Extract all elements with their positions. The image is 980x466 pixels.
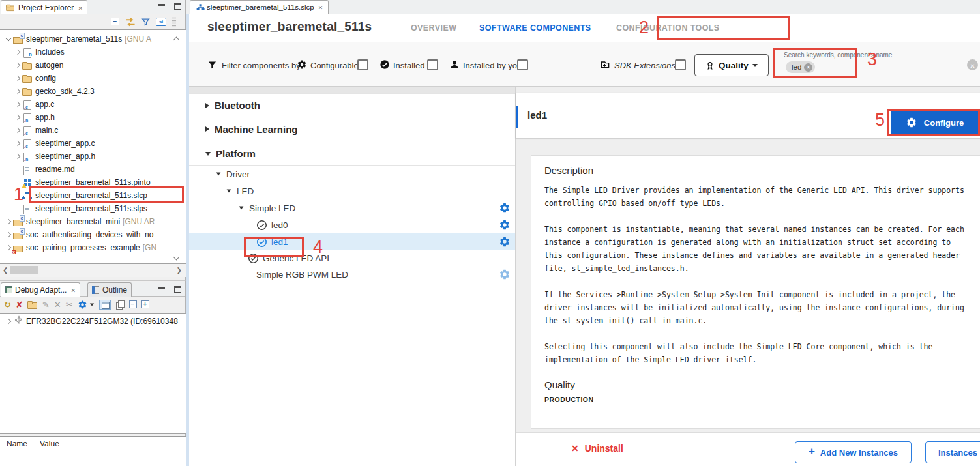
adapter-item[interactable]: EFR32BG22C224F512GM32 (ID:69610348: [0, 314, 186, 328]
new-group-icon[interactable]: [27, 300, 38, 310]
refresh-icon[interactable]: ↻: [4, 300, 11, 310]
configure-button[interactable]: Configure: [891, 111, 979, 134]
tab-configuration-tools[interactable]: CONFIGURATION TOOLS: [616, 23, 720, 33]
close-icon[interactable]: [318, 3, 323, 11]
category-bluetooth[interactable]: Bluetooth: [189, 93, 515, 117]
node-driver[interactable]: Driver: [189, 166, 515, 182]
quality-dropdown[interactable]: Quality: [694, 54, 769, 76]
tree-item-main-c[interactable]: main.c: [0, 124, 186, 137]
close-icon[interactable]: [78, 4, 83, 12]
rename-icon[interactable]: ✎: [42, 300, 50, 310]
disconnect-icon[interactable]: ✘: [16, 300, 23, 310]
node-led0[interactable]: led0: [189, 216, 515, 233]
expand-all-icon[interactable]: +: [141, 300, 149, 308]
minimize-icon[interactable]: [158, 287, 165, 289]
maximize-icon[interactable]: [174, 3, 181, 10]
node-led1[interactable]: led1: [189, 233, 515, 250]
tree-item-project[interactable]: sleeptimer_baremetal_511s [GNU A: [0, 33, 186, 46]
node-generic-led-api[interactable]: Generic LED API: [189, 250, 515, 266]
minimize-icon[interactable]: [158, 4, 165, 6]
installed-check-icon: [248, 253, 259, 264]
close-icon[interactable]: [70, 286, 76, 294]
chevron-collapsed-icon[interactable]: [13, 139, 22, 148]
si-package-icon[interactable]: si: [156, 18, 166, 26]
chevron-collapsed-icon[interactable]: [13, 74, 22, 83]
chevron-collapsed-icon[interactable]: [4, 217, 13, 226]
tree-item-app-h[interactable]: app.h: [0, 111, 186, 124]
tab-debug-adapters[interactable]: Debug Adapt...: [1, 282, 80, 297]
chevron-collapsed-icon[interactable]: [13, 61, 22, 70]
collapse-all-icon[interactable]: [111, 18, 119, 25]
search-clear-icon[interactable]: [967, 59, 978, 70]
collapse-all-icon[interactable]: −: [129, 300, 137, 308]
category-platform[interactable]: Platform: [189, 141, 515, 166]
maximize-icon[interactable]: [174, 286, 181, 293]
node-simple-rgb-pwm-led[interactable]: Simple RGB PWM LED: [189, 266, 515, 283]
chevron-collapsed-icon[interactable]: [13, 87, 22, 96]
tree-item-slps[interactable]: sleeptimer_baremetal_511s.slps: [0, 202, 186, 215]
tree-item-autogen[interactable]: autogen: [0, 59, 186, 72]
link-with-editor-icon[interactable]: [125, 17, 136, 27]
node-simple-led[interactable]: Simple LED: [189, 199, 515, 216]
category-label: Platform: [216, 148, 256, 159]
tree-item-project-soc-auth[interactable]: soc_authenticating_devices_with_no_: [0, 228, 186, 241]
chip-remove-icon[interactable]: [804, 63, 812, 72]
add-new-instances-button[interactable]: +Add New Instances: [795, 441, 912, 463]
scroll-up-icon[interactable]: [173, 35, 180, 42]
adapter-tree: EFR32BG22C224F512GM32 (ID:69610348: [0, 313, 186, 434]
tab-software-components[interactable]: SOFTWARE COMPONENTS: [479, 23, 591, 33]
scroll-left-icon[interactable]: ❮: [3, 267, 8, 274]
scrollbar-thumb[interactable]: [10, 266, 38, 274]
chevron-collapsed-icon[interactable]: [4, 230, 13, 239]
tab-slcp-file[interactable]: sleeptimer_baremetal_511s.slcp: [190, 0, 329, 14]
quality-label: Quality: [719, 61, 749, 70]
tree-item-includes[interactable]: Includes: [0, 46, 186, 59]
tree-item-sleeptimer-app-c[interactable]: sleeptimer_app.c: [0, 137, 186, 150]
tree-item-slcp[interactable]: sleeptimer_baremetal_511s.slcp: [0, 189, 186, 202]
instances-button[interactable]: Instances: [925, 441, 980, 463]
chevron-collapsed-icon[interactable]: [4, 317, 13, 326]
chevron-expanded-icon[interactable]: [4, 35, 13, 44]
configure-gear-icon[interactable]: [499, 202, 511, 214]
configurable-checkbox[interactable]: [357, 59, 368, 70]
uninstall-button[interactable]: Uninstall: [571, 443, 623, 454]
pintool-icon: [22, 178, 33, 188]
installed-checkbox[interactable]: [427, 59, 438, 70]
tree-item-sleeptimer-app-h[interactable]: sleeptimer_app.h: [0, 150, 186, 163]
tree-item-pintool[interactable]: sleeptimer_baremetal_511s.pinto: [0, 176, 186, 189]
chevron-collapsed-icon[interactable]: [13, 126, 22, 135]
scroll-right-icon[interactable]: ❯: [177, 267, 182, 274]
configure-gear-icon[interactable]: [499, 236, 511, 248]
tree-item-project-mini[interactable]: sleeptimer_baremetal_mini[GNU AR: [0, 215, 186, 228]
debug-tabstrip: Debug Adapt... Outline: [0, 282, 185, 297]
delete-icon[interactable]: ✕: [54, 300, 61, 310]
tab-project-explorer[interactable]: Project Explorer: [1, 0, 87, 14]
chevron-collapsed-icon[interactable]: [13, 100, 22, 109]
scroll-down-icon[interactable]: [173, 255, 180, 261]
horizontal-scrollbar[interactable]: ❮ ❯: [0, 264, 186, 277]
search-chip[interactable]: led: [786, 61, 815, 73]
configure-gear-icon[interactable]: [499, 219, 511, 231]
node-led[interactable]: LED: [189, 182, 515, 199]
filter-icon[interactable]: [141, 18, 150, 26]
chevron-collapsed-icon[interactable]: [13, 113, 22, 122]
chevron-collapsed-icon[interactable]: [13, 48, 22, 57]
tree-item-project-soc-pairing[interactable]: soc_pairing_processes_example[GN: [0, 241, 186, 254]
action-bar: Uninstall +Add New Instances Instances: [516, 432, 980, 466]
view-menu-icon[interactable]: [172, 17, 176, 27]
settings-gear-icon[interactable]: [78, 300, 95, 310]
sdk-extensions-checkbox[interactable]: [675, 59, 686, 70]
tree-item-app-c[interactable]: app.c: [0, 98, 186, 111]
configure-gear-icon[interactable]: [499, 269, 511, 280]
view-duplicate-icon[interactable]: [115, 300, 125, 309]
tab-overview[interactable]: OVERVIEW: [411, 23, 456, 33]
tree-item-gecko-sdk[interactable]: gecko_sdk_4.2.3: [0, 85, 186, 98]
view-table-icon[interactable]: [99, 300, 111, 310]
tree-item-readme[interactable]: readme.md: [0, 163, 186, 176]
category-machine-learning[interactable]: Machine Learning: [189, 117, 515, 141]
tab-outline[interactable]: Outline: [87, 282, 132, 297]
installed-by-you-checkbox[interactable]: [517, 59, 528, 70]
tree-item-config[interactable]: config: [0, 72, 186, 85]
unplug-icon[interactable]: ✂: [66, 300, 73, 310]
chevron-collapsed-icon[interactable]: [13, 152, 22, 161]
